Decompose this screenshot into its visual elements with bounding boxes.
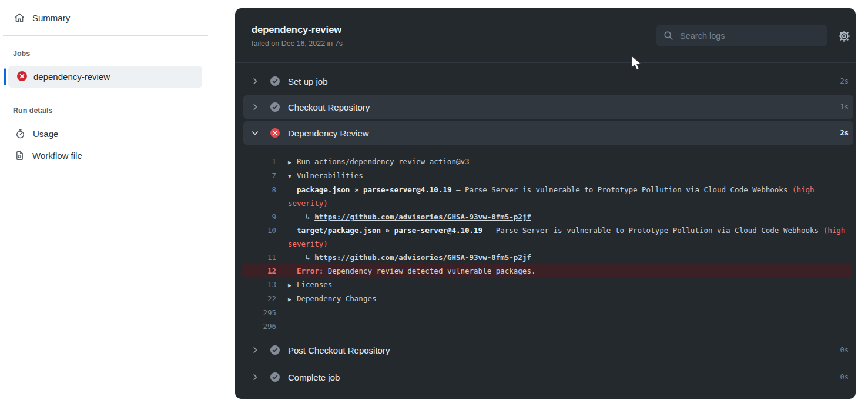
log-fold-arrow[interactable]: ▶ [288, 155, 297, 169]
log-line-error: 12 Error: Dependency review detected vul… [242, 264, 852, 278]
log-line-number[interactable]: 9 [242, 210, 276, 224]
log-line-number[interactable]: 13 [242, 278, 276, 292]
search-icon [663, 31, 673, 41]
log-segment [288, 185, 297, 194]
log-output: 1▶ Run actions/dependency-review-action@… [235, 155, 856, 333]
step-duration: 2s [840, 77, 849, 85]
chevron-down-icon[interactable] [250, 128, 260, 138]
job-log-panel: dependency-review failed on Dec 16, 2022… [235, 8, 856, 399]
log-segment: Run actions/dependency-review-action@v3 [297, 157, 470, 166]
sidebar-job-dependency-review[interactable]: dependency-review [8, 66, 202, 88]
log-line-text: ▶ Run actions/dependency-review-action@v… [288, 155, 852, 169]
log-segment: – Parse Server is vulnerable to Prototyp… [482, 226, 823, 235]
sidebar-item-label: Usage [33, 129, 58, 139]
log-line: 1▶ Run actions/dependency-review-action@… [242, 155, 852, 169]
log-line-text [288, 306, 852, 319]
log-line: 7▼ Vulnerabilities [242, 169, 852, 183]
log-line-number[interactable]: 12 [242, 264, 276, 278]
run-details-section-header: Run details [13, 106, 52, 115]
sidebar-divider [3, 94, 208, 94]
step-name: Set up job [288, 76, 328, 86]
log-line: 13▶ Licenses [242, 278, 852, 292]
log-line-text: ↳ https://github.com/advisories/GHSA-93v… [288, 251, 852, 264]
log-line: 10 target/package.json » parse-server@4.… [242, 224, 852, 251]
log-segment: ↳ [288, 212, 314, 221]
log-fold-arrow[interactable]: ▶ [288, 292, 297, 306]
x-circle-icon [17, 71, 27, 83]
chevron-right-icon[interactable] [250, 372, 260, 382]
log-segment: Dependency Changes [297, 294, 376, 303]
file-code-icon [14, 150, 25, 161]
check-circle-icon [270, 102, 280, 112]
sidebar-item-label: Summary [32, 13, 70, 23]
log-segment: – Parse Server is vulnerable to Prototyp… [451, 185, 792, 194]
sidebar: Summary Jobs dependency-review Run detai… [0, 0, 235, 403]
chevron-right-icon[interactable] [250, 76, 260, 86]
log-line-text: ▶ Licenses [288, 278, 852, 292]
log-line-number[interactable]: 1 [242, 155, 276, 169]
log-segment: ↳ [288, 253, 314, 262]
log-line-number[interactable]: 11 [242, 251, 276, 264]
step-duration: 1s [840, 103, 849, 111]
steps-list-bottom: Post Checkout Repository0sComplete job0s [235, 338, 856, 392]
job-label: dependency-review [33, 72, 110, 82]
check-circle-icon [270, 76, 280, 86]
log-line-text: ▶ Dependency Changes [288, 292, 852, 306]
log-line-number[interactable]: 10 [242, 224, 276, 251]
log-segment: Licenses [297, 280, 332, 289]
header-divider [235, 62, 856, 63]
log-segment [288, 226, 297, 235]
log-line-number[interactable]: 8 [242, 183, 276, 210]
log-line: 22▶ Dependency Changes [242, 292, 852, 306]
sidebar-item-label: Workflow file [32, 151, 82, 161]
step-name: Dependency Review [288, 128, 369, 138]
log-line-text: ↳ https://github.com/advisories/GHSA-93v… [288, 210, 852, 224]
step-duration: 2s [840, 129, 849, 137]
step-row-checkout-repository[interactable]: Checkout Repository1s [243, 95, 853, 119]
job-status-summary: failed on Dec 16, 2022 in 7s [252, 39, 343, 48]
log-segment: package.json » parse-server@4.10.19 [297, 185, 451, 194]
log-segment: Vulnerabilities [297, 171, 363, 180]
log-line: 295 [242, 306, 852, 319]
log-line-number[interactable]: 296 [242, 319, 276, 333]
step-row-dependency-review[interactable]: Dependency Review2s [243, 121, 853, 145]
steps-list-top: Set up job2sCheckout Repository1sDepende… [235, 69, 856, 147]
check-circle-icon [270, 372, 280, 382]
sidebar-item-workflow-file[interactable]: Workflow file [14, 150, 82, 161]
step-duration: 0s [840, 346, 849, 354]
log-line-number[interactable]: 7 [242, 169, 276, 183]
chevron-right-icon[interactable] [250, 345, 260, 355]
log-fold-arrow[interactable]: ▼ [288, 169, 297, 183]
x-circle-icon [270, 128, 280, 138]
stopwatch-icon [15, 128, 25, 139]
log-line: 8 package.json » parse-server@4.10.19 – … [242, 183, 852, 210]
log-fold-arrow[interactable]: ▶ [288, 278, 297, 292]
log-line-number[interactable]: 295 [242, 306, 276, 319]
log-segment [288, 267, 297, 275]
job-title: dependency-review [252, 24, 341, 35]
log-line: 11 ↳ https://github.com/advisories/GHSA-… [242, 251, 852, 264]
advisory-link[interactable]: https://github.com/advisories/GHSA-93vw-… [314, 253, 531, 262]
log-line-text [288, 319, 852, 333]
sidebar-item-usage[interactable]: Usage [15, 128, 58, 139]
search-logs-box[interactable] [656, 25, 827, 46]
search-input[interactable] [679, 31, 816, 41]
step-row-complete-job[interactable]: Complete job0s [243, 365, 853, 389]
jobs-section-header: Jobs [13, 49, 30, 58]
log-line-text: package.json » parse-server@4.10.19 – Pa… [288, 183, 852, 210]
step-name: Complete job [288, 372, 340, 382]
log-line-number[interactable]: 22 [242, 292, 276, 306]
log-line-text: target/package.json » parse-server@4.10.… [288, 224, 852, 251]
log-settings-button[interactable] [837, 29, 850, 42]
sidebar-item-summary[interactable]: Summary [14, 12, 70, 23]
log-line-text: Error: Dependency review detected vulner… [288, 264, 852, 278]
log-line-text: ▼ Vulnerabilities [288, 169, 852, 183]
step-row-post-checkout-repository[interactable]: Post Checkout Repository0s [243, 338, 853, 362]
check-circle-icon [270, 345, 280, 355]
log-segment: target/package.json » parse-server@4.10.… [297, 226, 482, 235]
chevron-right-icon[interactable] [250, 102, 260, 112]
log-segment: Dependency review detected vulnerable pa… [323, 267, 535, 275]
advisory-link[interactable]: https://github.com/advisories/GHSA-93vw-… [314, 212, 531, 221]
log-line: 9 ↳ https://github.com/advisories/GHSA-9… [242, 210, 852, 224]
step-row-set-up-job[interactable]: Set up job2s [243, 69, 853, 93]
